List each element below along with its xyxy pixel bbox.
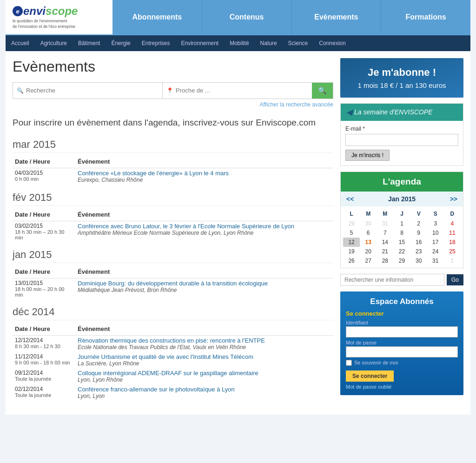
sec-nav-agriculture[interactable]: Agriculture [35, 35, 73, 51]
event-link[interactable]: Conférence franco-allemande sur le photo… [78, 386, 331, 393]
table-row: 11/12/20149 h 00 min - 18 h 00 minJourné… [13, 352, 333, 368]
subscribe-box: Je m'abonne ! 1 mois 18 € / 1 an 130 eur… [340, 58, 463, 98]
sec-nav-environnement[interactable]: Environnement [175, 35, 224, 51]
subscribe-title: Je m'abonne ! [346, 66, 458, 79]
remember-checkbox[interactable] [346, 360, 352, 366]
cal-day[interactable]: 12 [343, 238, 360, 247]
sec-nav-nature[interactable]: Nature [255, 35, 283, 51]
month-section: déc 2014Date / HeureÉvénement12/12/20148… [13, 306, 333, 401]
password-input[interactable] [346, 346, 458, 357]
event-link[interactable]: Colloque interrégional ADEME-DRAAF sur l… [78, 370, 331, 377]
event-location: Amphithéâtre Mérieux Ecole Normale Supér… [78, 230, 331, 236]
event-location: Eurexpo, Chassieu Rhône [78, 177, 331, 183]
search-input[interactable] [13, 83, 162, 98]
cal-day[interactable]: 19 [343, 247, 360, 256]
agenda-box: L'agenda << Jan 2015 >> LMMJVSD 29303112… [340, 172, 463, 268]
sec-nav-science[interactable]: Science [283, 35, 314, 51]
cal-day[interactable]: 16 [410, 238, 427, 247]
cal-day[interactable]: 2 [410, 219, 427, 228]
cal-day-header: M [377, 209, 393, 219]
connect-button[interactable]: Se connecter [346, 370, 394, 382]
event-date-cell: 13/01/201518 h 00 min – 20 h 00 min [13, 278, 75, 299]
go-button[interactable]: Go [447, 274, 463, 285]
cal-day[interactable]: 15 [393, 238, 410, 247]
cal-day[interactable]: 7 [377, 228, 393, 238]
top-nav-abonnements[interactable]: Abonnements [112, 0, 202, 34]
cal-day[interactable]: 31 [377, 219, 393, 228]
email-input[interactable] [345, 134, 458, 146]
cal-day-header: J [393, 209, 410, 219]
event-date-cell: 03/02/201518 h 30 min – 20 h 30 min [13, 221, 75, 242]
cal-day[interactable]: 20 [360, 247, 377, 256]
cal-prev-btn[interactable]: << [346, 195, 354, 203]
event-table: Date / HeureÉvénement13/01/201518 h 00 m… [13, 267, 333, 299]
sec-nav-connexion[interactable]: Connexion [313, 35, 351, 51]
cal-day[interactable]: 11 [444, 228, 461, 238]
cal-day[interactable]: 13 [360, 238, 377, 247]
search-info-input[interactable] [340, 274, 444, 286]
cal-day[interactable]: 4 [444, 219, 461, 228]
event-link[interactable]: Conférence avec Bruno Latour, le 3 févri… [78, 223, 331, 230]
sec-nav-accueil[interactable]: Accueil [6, 35, 35, 51]
month-section: jan 2015Date / HeureÉvénement13/01/20151… [13, 249, 333, 299]
cal-day[interactable]: 23 [410, 247, 427, 256]
location-icon: 📍 [166, 87, 173, 94]
cal-next-btn[interactable]: >> [450, 195, 457, 203]
event-link[interactable]: Conférence «Le stockage de l'énergie» à … [78, 170, 331, 177]
newsletter-header: ◀ La semaine d'ENVISCOPE [341, 104, 463, 121]
month-title: déc 2014 [13, 306, 333, 320]
location-input[interactable] [163, 83, 312, 98]
sec-nav-entreprises[interactable]: Entreprises [136, 35, 176, 51]
sec-nav-nergie[interactable]: Énergie [106, 35, 136, 51]
cal-day-header: M [360, 209, 377, 219]
cal-day[interactable]: 5 [343, 228, 360, 238]
subscribe-btn[interactable]: Je m'inscris ! [345, 150, 390, 161]
cal-day[interactable]: 1 [444, 256, 461, 265]
cal-day-header: S [427, 209, 444, 219]
top-nav-formations[interactable]: Formations [381, 0, 470, 34]
table-header: Date / Heure [13, 210, 75, 221]
sec-nav-mobilit[interactable]: Mobilité [224, 35, 254, 51]
event-link[interactable]: Rénovation thermique des constructions e… [78, 337, 331, 344]
cal-day[interactable]: 30 [410, 256, 427, 265]
sec-nav-btiment[interactable]: Bâtiment [73, 35, 106, 51]
cal-day[interactable]: 26 [343, 256, 360, 265]
cal-day[interactable]: 29 [343, 219, 360, 228]
logo[interactable]: e enviscope [13, 5, 78, 18]
identifiant-input[interactable] [346, 326, 458, 337]
cal-day[interactable]: 8 [393, 228, 410, 238]
event-location: Lyon, Lyon Rhône [78, 377, 331, 383]
cal-day[interactable]: 31 [427, 256, 444, 265]
cal-day[interactable]: 3 [427, 219, 444, 228]
cal-day[interactable]: 25 [444, 247, 461, 256]
cal-day[interactable]: 27 [360, 256, 377, 265]
cal-day[interactable]: 24 [427, 247, 444, 256]
logo-scope-text: scope [46, 5, 78, 18]
search-button[interactable]: 🔍 [312, 83, 333, 99]
cal-month-year: Jan 2015 [388, 195, 416, 203]
cal-day[interactable]: 30 [360, 219, 377, 228]
cal-day[interactable]: 18 [444, 238, 461, 247]
event-info-cell: Rénovation thermique des constructions e… [75, 336, 333, 352]
event-link[interactable]: Dominique Bourg: du développement durabl… [78, 280, 331, 287]
cal-day[interactable]: 22 [393, 247, 410, 256]
forgot-password-link[interactable]: Mot de passe oublié [346, 384, 458, 390]
events-container: mar 2015Date / HeureÉvénement04/03/20150… [13, 139, 333, 401]
table-row: 13/01/201518 h 00 min – 20 h 00 minDomin… [13, 278, 333, 299]
cal-day[interactable]: 28 [377, 256, 393, 265]
event-info-cell: Conférence franco-allemande sur le photo… [75, 384, 333, 401]
cal-day[interactable]: 10 [427, 228, 444, 238]
cal-day[interactable]: 9 [410, 228, 427, 238]
se-connecter-link[interactable]: Se connecter [346, 310, 458, 317]
cal-day[interactable]: 29 [393, 256, 410, 265]
top-nav-contenus[interactable]: Contenus [202, 0, 292, 34]
cal-day[interactable]: 6 [360, 228, 377, 238]
cal-day[interactable]: 14 [377, 238, 393, 247]
cal-day[interactable]: 17 [427, 238, 444, 247]
advanced-search-link[interactable]: Afficher la recherche avancée [13, 101, 333, 108]
cal-day[interactable]: 21 [377, 247, 393, 256]
event-link[interactable]: Journée Urbanisme et qualité de vie avec… [78, 353, 331, 360]
event-table: Date / HeureÉvénement03/02/201518 h 30 m… [13, 210, 333, 242]
top-nav-evenements[interactable]: Evènements [292, 0, 382, 34]
cal-day[interactable]: 1 [393, 219, 410, 228]
